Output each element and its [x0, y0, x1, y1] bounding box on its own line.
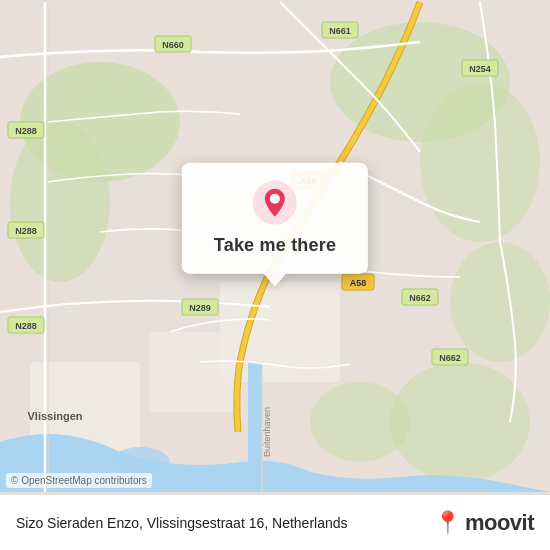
svg-rect-11 — [248, 362, 262, 492]
svg-text:N662: N662 — [439, 353, 461, 363]
svg-point-7 — [310, 382, 410, 462]
take-me-there-button[interactable]: Take me there — [210, 233, 340, 258]
app-container: N660 N661 N254 N288 N288 N288 A58 A58 N2… — [0, 0, 550, 550]
svg-text:N662: N662 — [409, 293, 431, 303]
svg-text:N288: N288 — [15, 126, 37, 136]
svg-point-5 — [450, 242, 550, 362]
svg-point-38 — [270, 194, 280, 204]
location-address: Sizo Sieraden Enzo, Vlissingsestraat 16,… — [16, 515, 348, 531]
svg-rect-10 — [150, 332, 240, 412]
popup-box: Take me there — [182, 163, 368, 274]
popup-overlay: Take me there — [182, 163, 368, 287]
moovit-logo: 📍 moovit — [434, 510, 534, 536]
footer-address-section: Sizo Sieraden Enzo, Vlissingsestraat 16,… — [16, 515, 348, 531]
location-pin-icon — [253, 181, 297, 225]
svg-text:Buitenhaven: Buitenhaven — [262, 407, 272, 457]
svg-text:Vlissingen: Vlissingen — [27, 410, 82, 422]
svg-point-2 — [10, 122, 110, 282]
map-copyright: © OpenStreetMap contributors — [6, 473, 152, 488]
moovit-pin-icon: 📍 — [434, 510, 461, 536]
svg-text:N254: N254 — [469, 64, 491, 74]
svg-point-6 — [390, 362, 530, 482]
svg-text:N288: N288 — [15, 226, 37, 236]
svg-text:N661: N661 — [329, 26, 351, 36]
map-area: N660 N661 N254 N288 N288 N288 A58 A58 N2… — [0, 0, 550, 494]
svg-text:N288: N288 — [15, 321, 37, 331]
svg-text:N660: N660 — [162, 40, 184, 50]
moovit-brand-text: moovit — [465, 510, 534, 536]
popup-tip — [263, 273, 287, 287]
svg-point-4 — [420, 82, 540, 242]
svg-text:N289: N289 — [189, 303, 211, 313]
footer-bar: Sizo Sieraden Enzo, Vlissingsestraat 16,… — [0, 494, 550, 550]
